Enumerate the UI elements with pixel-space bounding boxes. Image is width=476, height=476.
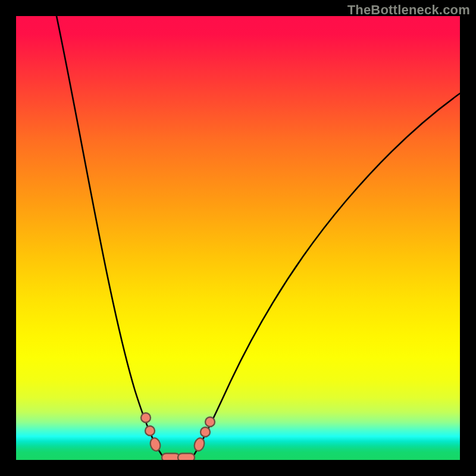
marker-dot bbox=[205, 417, 215, 427]
plot-area bbox=[16, 16, 460, 460]
right-curve bbox=[192, 93, 460, 458]
marker-pill bbox=[162, 453, 180, 460]
marker-dot bbox=[201, 427, 210, 437]
chart-frame: TheBottleneck.com bbox=[0, 0, 476, 476]
left-curve bbox=[57, 16, 164, 458]
marker-dot bbox=[145, 426, 155, 436]
watermark-text: TheBottleneck.com bbox=[347, 2, 470, 18]
curve-layer bbox=[16, 16, 460, 460]
marker-pill bbox=[178, 453, 195, 460]
marker-pill bbox=[149, 437, 161, 452]
marker-dot bbox=[141, 413, 151, 422]
marker-pill bbox=[193, 437, 206, 452]
